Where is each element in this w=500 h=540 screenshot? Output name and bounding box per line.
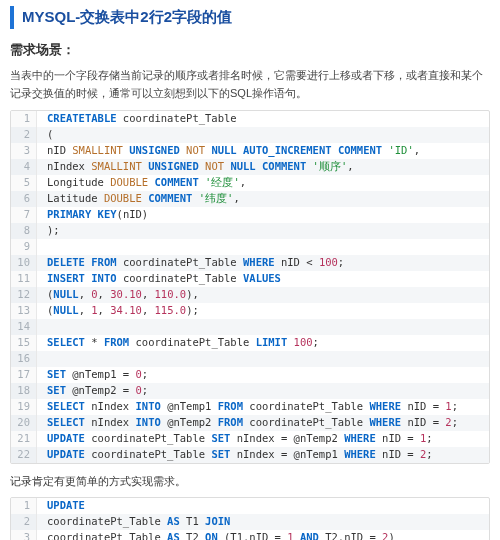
code-line: UPDATE: [37, 498, 489, 514]
code-line: [37, 239, 489, 255]
page-title: MYSQL-交换表中2行2字段的值: [22, 8, 232, 25]
line-number: 2: [11, 127, 37, 143]
line-number: 10: [11, 255, 37, 271]
code-row: 15SELECT * FROM coordinatePt_Table LIMIT…: [11, 335, 489, 351]
code-row: 18SET @nTemp2 = 0;: [11, 383, 489, 399]
code-line: PRIMARY KEY(nID): [37, 207, 489, 223]
line-number: 20: [11, 415, 37, 431]
code-line: SELECT nIndex INTO @nTemp2 FROM coordina…: [37, 415, 489, 431]
line-number: 11: [11, 271, 37, 287]
section-heading: 需求场景：: [10, 41, 490, 59]
code-row: 3nID SMALLINT UNSIGNED NOT NULL AUTO_INC…: [11, 143, 489, 159]
page-title-wrap: MYSQL-交换表中2行2字段的值: [10, 6, 490, 29]
line-number: 19: [11, 399, 37, 415]
code-line: UPDATE coordinatePt_Table SET nIndex = @…: [37, 431, 489, 447]
line-number: 15: [11, 335, 37, 351]
code-line: UPDATE coordinatePt_Table SET nIndex = @…: [37, 447, 489, 463]
code-line: (NULL, 0, 30.10, 110.0),: [37, 287, 489, 303]
line-number: 8: [11, 223, 37, 239]
code-row: 20SELECT nIndex INTO @nTemp2 FROM coordi…: [11, 415, 489, 431]
line-number: 18: [11, 383, 37, 399]
line-number: 3: [11, 143, 37, 159]
line-number: 17: [11, 367, 37, 383]
line-number: 7: [11, 207, 37, 223]
code-row: 13(NULL, 1, 34.10, 115.0);: [11, 303, 489, 319]
code-row: 6Latitude DOUBLE COMMENT '纬度',: [11, 191, 489, 207]
line-number: 22: [11, 447, 37, 463]
code-row: 1CREATETABLE coordinatePt_Table: [11, 111, 489, 127]
code-line: SET @nTemp2 = 0;: [37, 383, 489, 399]
code-row: 17SET @nTemp1 = 0;: [11, 367, 489, 383]
code-line: nID SMALLINT UNSIGNED NOT NULL AUTO_INCR…: [37, 143, 489, 159]
line-number: 14: [11, 319, 37, 335]
line-number: 9: [11, 239, 37, 255]
code-line: CREATETABLE coordinatePt_Table: [37, 111, 489, 127]
line-number: 16: [11, 351, 37, 367]
code-block-main: 1CREATETABLE coordinatePt_Table2(3nID SM…: [10, 110, 490, 464]
code-line: Longitude DOUBLE COMMENT '经度',: [37, 175, 489, 191]
code-row: 4nIndex SMALLINT UNSIGNED NOT NULL COMME…: [11, 159, 489, 175]
code-line: );: [37, 223, 489, 239]
code-line: (: [37, 127, 489, 143]
code-row: 10DELETE FROM coordinatePt_Table WHERE n…: [11, 255, 489, 271]
code-row: 22UPDATE coordinatePt_Table SET nIndex =…: [11, 447, 489, 463]
code-row: 12(NULL, 0, 30.10, 110.0),: [11, 287, 489, 303]
code-row: 9: [11, 239, 489, 255]
line-number: 6: [11, 191, 37, 207]
code-line: SELECT nIndex INTO @nTemp1 FROM coordina…: [37, 399, 489, 415]
line-number: 4: [11, 159, 37, 175]
scenario-paragraph: 当表中的一个字段存储当前记录的顺序或者排名时候，它需要进行上移或者下移，或者直接…: [10, 67, 490, 102]
code-line: [37, 319, 489, 335]
code-line: coordinatePt_Table AS T1 JOIN: [37, 514, 489, 530]
code-line: [37, 351, 489, 367]
code-row: 7PRIMARY KEY(nID): [11, 207, 489, 223]
line-number: 2: [11, 514, 37, 530]
code-row: 2coordinatePt_Table AS T1 JOIN: [11, 514, 489, 530]
code-row: 8);: [11, 223, 489, 239]
line-number: 3: [11, 530, 37, 540]
code-line: (NULL, 1, 34.10, 115.0);: [37, 303, 489, 319]
code-row: 14: [11, 319, 489, 335]
note-paragraph: 记录肯定有更简单的方式实现需求。: [10, 474, 490, 489]
line-number: 21: [11, 431, 37, 447]
line-number: 1: [11, 111, 37, 127]
code-row: 11INSERT INTO coordinatePt_Table VALUES: [11, 271, 489, 287]
line-number: 12: [11, 287, 37, 303]
code-line: DELETE FROM coordinatePt_Table WHERE nID…: [37, 255, 489, 271]
line-number: 5: [11, 175, 37, 191]
code-row: 1UPDATE: [11, 498, 489, 514]
code-row: 16: [11, 351, 489, 367]
code-line: INSERT INTO coordinatePt_Table VALUES: [37, 271, 489, 287]
code-row: 2(: [11, 127, 489, 143]
code-block-alt: 1UPDATE2coordinatePt_Table AS T1 JOIN3co…: [10, 497, 490, 540]
code-line: SET @nTemp1 = 0;: [37, 367, 489, 383]
line-number: 1: [11, 498, 37, 514]
code-row: 21UPDATE coordinatePt_Table SET nIndex =…: [11, 431, 489, 447]
code-line: coordinatePt_Table AS T2 ON (T1.nID = 1 …: [37, 530, 489, 540]
code-row: 5Longitude DOUBLE COMMENT '经度',: [11, 175, 489, 191]
code-row: 19SELECT nIndex INTO @nTemp1 FROM coordi…: [11, 399, 489, 415]
code-line: SELECT * FROM coordinatePt_Table LIMIT 1…: [37, 335, 489, 351]
line-number: 13: [11, 303, 37, 319]
code-line: Latitude DOUBLE COMMENT '纬度',: [37, 191, 489, 207]
code-row: 3coordinatePt_Table AS T2 ON (T1.nID = 1…: [11, 530, 489, 540]
code-line: nIndex SMALLINT UNSIGNED NOT NULL COMMEN…: [37, 159, 489, 175]
